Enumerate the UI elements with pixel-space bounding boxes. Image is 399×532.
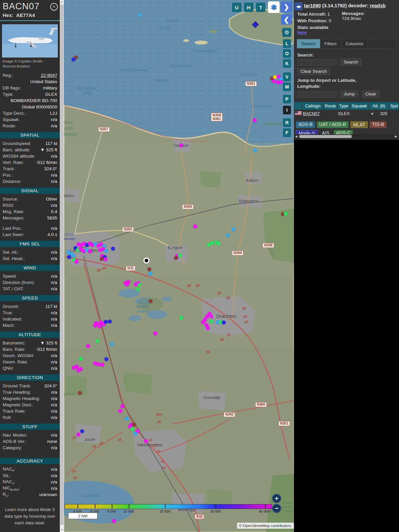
map-button-o[interactable]: O	[283, 49, 291, 58]
sidebar-scrollbar[interactable]: ▲ ▼	[60, 0, 64, 532]
data-value: n/a	[51, 256, 57, 261]
data-value: n/a	[51, 415, 57, 420]
badge-tisb[interactable]: TIS-B	[370, 121, 386, 128]
data-row: Magnetic Heading:n/a	[0, 395, 60, 402]
map-attribution[interactable]: © OpenStreetMap contributors.	[237, 523, 294, 529]
chevron-right-icon[interactable]: ❯	[281, 2, 292, 12]
map-button-h[interactable]: H	[244, 3, 253, 12]
data-value: ▼ 325 ft	[40, 147, 57, 152]
map-button-i[interactable]: I	[283, 106, 291, 114]
data-label: Magnetic Heading:	[3, 396, 40, 401]
data-value: n/a	[51, 353, 57, 358]
hscroll-thumb[interactable]	[299, 135, 352, 138]
readsb-link[interactable]: readsb	[370, 3, 386, 8]
data-row: NICBARO:n/a	[0, 485, 60, 491]
map-button-p[interactable]: P	[283, 95, 291, 103]
col-spd[interactable]: Spd	[389, 102, 399, 110]
registration-link[interactable]: 22-9047	[41, 73, 57, 78]
zoom-out-button[interactable]: −	[272, 504, 281, 513]
data-row: TAT / OAT:n/a	[0, 286, 60, 292]
scroll-right-icon[interactable]: ▶	[394, 134, 398, 139]
zoom-in-button[interactable]: +	[272, 494, 281, 503]
table-horizontal-scrollbar[interactable]: ◀ ▶	[295, 134, 398, 139]
data-value: n/a	[51, 473, 57, 478]
data-row: Barometric:▼ 325 ft	[0, 340, 60, 346]
close-icon[interactable]: ×	[50, 3, 58, 11]
jump-label: Jump to Airport or Latitude, Longitude:	[297, 77, 374, 89]
data-value: n/a	[51, 274, 57, 279]
sidebar-header: BACN07 ×	[0, 0, 60, 11]
data-label: Category:	[3, 445, 22, 450]
data-row: Vert. Rate:-512 ft/min	[0, 159, 60, 166]
scroll-left-icon[interactable]: ◀	[295, 134, 298, 139]
info-value: n/a	[51, 123, 57, 128]
col-squawk[interactable]: Squawk	[350, 102, 369, 110]
map-button-r[interactable]: R	[283, 118, 291, 127]
col-route[interactable]: Route	[324, 102, 337, 110]
info-label: Squawk:	[3, 117, 20, 122]
badge-mlat[interactable]: MLAT	[350, 121, 368, 128]
divider	[0, 20, 60, 21]
panel-top: ◀▶ tar1090 (3.14.1792) decoder: readsb T…	[294, 0, 399, 140]
search-button[interactable]: Search	[340, 59, 361, 66]
data-value: n/a	[51, 359, 57, 364]
data-label: Groundspeed:	[3, 141, 31, 146]
data-label: Last Pos.:	[3, 226, 23, 231]
legend-tick-label: 10 000	[123, 509, 134, 513]
info-label: Type:	[3, 92, 14, 97]
data-row: NACP:n/a	[0, 466, 60, 472]
data-row: True Heading:n/a	[0, 389, 60, 395]
legend-tick-label: 40 000+	[259, 509, 271, 513]
data-row: Groundspeed:117 kt	[0, 140, 60, 147]
altitude-colorbar	[65, 504, 272, 509]
table-row[interactable]: BACN07 GLEX ▼ 325	[294, 110, 399, 117]
data-value: Other	[46, 197, 57, 201]
badge-adsb[interactable]: ADS-B	[296, 121, 315, 128]
tab-filters[interactable]: Filters	[320, 39, 341, 48]
scroll-up-icon[interactable]: ▲	[60, 0, 64, 4]
data-label: Source:	[3, 197, 18, 201]
map-button-t[interactable]: T	[256, 3, 265, 12]
info-row: BOMBARDIER BD-700	[0, 97, 60, 104]
search-input[interactable]	[297, 59, 336, 66]
stats-here-link[interactable]: here	[297, 30, 307, 35]
row-route	[324, 110, 337, 117]
data-row: Last Seen:4.0 s	[0, 231, 60, 238]
data-value: n/a	[51, 390, 57, 395]
data-row: Sel. Head.:n/a	[0, 255, 60, 262]
jump-clear-button[interactable]: Clear	[362, 90, 379, 97]
map-button-f[interactable]: F	[283, 128, 291, 137]
info-row: Route:n/a	[0, 123, 60, 129]
map-button-v[interactable]: V	[283, 72, 291, 81]
data-value: n/a	[51, 402, 57, 407]
scroll-down-icon[interactable]: ▼	[60, 528, 64, 532]
clear-search-button[interactable]: Clear Search	[297, 68, 330, 75]
gear-icon[interactable]: ⚙	[282, 28, 291, 37]
map[interactable]: DokkumKollumBuitenpostStiensLeeuwardenBu…	[64, 0, 294, 532]
col-alt[interactable]: Alt. (ft)	[369, 102, 389, 110]
layers-icon[interactable]	[268, 1, 280, 13]
col-callsign[interactable]: Callsign	[302, 102, 324, 110]
tar1090-link[interactable]: tar1090	[304, 3, 321, 8]
tab-search[interactable]: Search	[297, 39, 320, 48]
data-value: none	[47, 439, 57, 444]
info-label: Route:	[3, 123, 16, 128]
data-value: n/a	[51, 179, 57, 184]
chevron-left-icon[interactable]: ❮	[281, 14, 292, 25]
map-button-u[interactable]: U	[232, 3, 241, 12]
scrollbar-thumb[interactable]	[60, 4, 64, 525]
tab-columns[interactable]: Columns	[341, 39, 368, 48]
map-button-k[interactable]: K	[283, 59, 291, 68]
map-button-l[interactable]: L	[283, 39, 291, 48]
info-row: Global 6000/6500	[0, 104, 60, 110]
data-label: Mach:	[3, 323, 15, 328]
col-type[interactable]: Type	[337, 102, 350, 110]
badge-uat[interactable]: UAT / ADS-R	[317, 121, 348, 128]
callsign-title: BACN07	[3, 1, 57, 11]
data-label: Ground:	[3, 304, 19, 309]
map-button-m[interactable]: M	[283, 82, 291, 91]
row-callsign-link[interactable]: BACN07	[303, 111, 320, 116]
jump-button[interactable]: Jump	[340, 90, 358, 97]
jump-input[interactable]	[297, 91, 336, 97]
col-flag[interactable]	[294, 102, 302, 110]
